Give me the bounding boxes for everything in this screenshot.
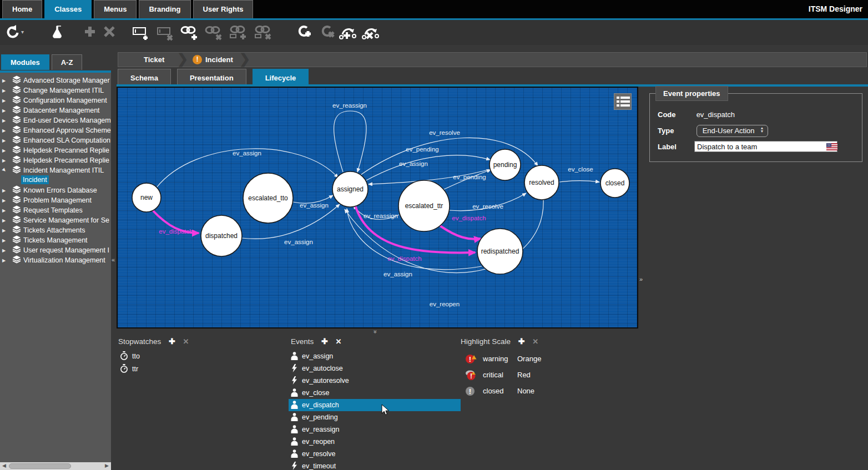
highlight-row-critical[interactable]: !criticalRed xyxy=(462,369,584,381)
class-item-incident[interactable]: Incident xyxy=(0,175,111,185)
event-item-ev_autoresolve[interactable]: ev_autoresolve xyxy=(289,375,461,387)
person-icon xyxy=(291,437,298,446)
module-item[interactable]: ▶Helpdesk Precanned Replie xyxy=(0,155,111,165)
event-label: ev_dispatch xyxy=(302,401,339,409)
stopwatch-delete-icon[interactable]: ✕ xyxy=(183,337,189,346)
stopwatch-item[interactable]: tto xyxy=(120,350,140,362)
state-label: escalated_ttr xyxy=(405,202,443,210)
nav-tab-home[interactable]: Home xyxy=(2,0,42,18)
person-icon xyxy=(291,388,298,397)
module-item[interactable]: ▶Service Management for Se xyxy=(0,215,111,225)
highlight-add-icon[interactable]: ✚ xyxy=(518,337,525,346)
event-item-ev_assign[interactable]: ev_assign xyxy=(289,350,461,362)
field-delete-icon[interactable] xyxy=(157,24,175,41)
transition-ev_close-resolved-to-closed[interactable] xyxy=(559,181,599,182)
module-item[interactable]: ▶Helpdesk Precanned Replie xyxy=(0,145,111,155)
breadcrumb-ticket[interactable]: Ticket xyxy=(144,55,164,64)
stopwatch-item[interactable]: ttr xyxy=(120,363,138,375)
state-label: resolved xyxy=(529,179,554,186)
event-item-ev_resolve[interactable]: ev_resolve xyxy=(289,448,461,460)
nav-tab-branding[interactable]: Branding xyxy=(139,0,190,18)
module-item[interactable]: ▶Tickets Attachments xyxy=(0,225,111,235)
linkset-add-icon[interactable] xyxy=(229,24,248,41)
module-item[interactable]: ▶Change Management ITIL xyxy=(0,85,111,95)
select-spinner-icon[interactable]: ▲▼ xyxy=(760,127,764,133)
us-flag-icon[interactable] xyxy=(826,143,837,150)
transition-label: ev_dispatch xyxy=(159,228,193,235)
module-item[interactable]: ▶User request Management I xyxy=(0,245,111,255)
person-icon xyxy=(291,352,298,360)
event-item-ev_dispatch[interactable]: ev_dispatch xyxy=(289,399,461,411)
transition-ev_reassign-assigned-to-assigned[interactable] xyxy=(334,111,366,172)
svg-text:!: ! xyxy=(469,355,471,363)
sidebar-collapse-handle[interactable]: « xyxy=(112,256,115,263)
highlight-value: Red xyxy=(517,369,531,381)
closed-icon: ! xyxy=(465,386,477,397)
highlight-delete-icon[interactable]: ✕ xyxy=(532,337,538,346)
scroll-right-arrow-icon[interactable]: ▶ xyxy=(105,463,109,468)
module-item[interactable]: ▶Tickets Management xyxy=(0,235,111,245)
test-flask-icon[interactable] xyxy=(51,24,70,41)
undo-icon[interactable] xyxy=(4,24,23,41)
svg-text:!: ! xyxy=(469,387,471,396)
state-add-icon[interactable] xyxy=(296,24,315,41)
diagram-options-button[interactable] xyxy=(614,93,632,110)
sidebar-horizontal-scrollbar[interactable]: ◀ ▶ xyxy=(0,462,111,470)
sidebar-tab-az[interactable]: A-Z xyxy=(52,54,83,70)
event-add-icon[interactable]: ✚ xyxy=(321,337,328,346)
linkset-delete-icon[interactable] xyxy=(254,24,272,41)
event-item-ev_autoclose[interactable]: ev_autoclose xyxy=(289,362,461,375)
transition-ev_dispatch-escalated_ttr-to-redispatched[interactable] xyxy=(440,226,481,239)
module-stack-icon xyxy=(12,165,21,174)
module-item[interactable]: ▶Advanced Storage Manager xyxy=(0,75,111,85)
event-item-ev_reassign[interactable]: ev_reassign xyxy=(289,423,461,436)
link-add-icon[interactable] xyxy=(180,24,199,41)
transition-label: ev_pending xyxy=(406,146,438,153)
lifecycle-diagram-canvas[interactable]: ev_assignev_dispatchev_assignev_assignev… xyxy=(117,87,638,329)
tree-expand-arrow-icon[interactable]: ▶ xyxy=(2,256,8,266)
incident-warning-icon: ! xyxy=(193,55,202,64)
field-add-icon[interactable] xyxy=(132,24,151,41)
module-item[interactable]: ▶Known Errors Database xyxy=(0,185,111,195)
delete-icon[interactable] xyxy=(102,24,121,41)
module-item[interactable]: ▶Incident Management ITIL xyxy=(0,165,111,175)
scroll-left-arrow-icon[interactable]: ◀ xyxy=(2,463,6,468)
link-delete-icon[interactable] xyxy=(204,24,223,41)
module-item[interactable]: ▶Enhanced SLA Computation xyxy=(0,135,111,145)
state-label: new xyxy=(140,194,153,201)
module-item[interactable]: ▶Request Templates xyxy=(0,205,111,215)
highlight-row-closed[interactable]: !closedNone xyxy=(462,385,584,397)
highlight-value: None xyxy=(517,385,534,397)
sidebar-tab-modules[interactable]: Modules xyxy=(1,54,49,70)
transition-delete-icon[interactable] xyxy=(361,24,380,41)
undo-dropdown-caret[interactable]: ▾ xyxy=(21,29,24,35)
event-item-ev_close[interactable]: ev_close xyxy=(289,387,461,399)
selected-class-label[interactable]: Incident xyxy=(21,175,49,184)
nav-tab-user-rights[interactable]: User Rights xyxy=(193,0,254,18)
add-icon[interactable] xyxy=(83,24,102,41)
label-input[interactable] xyxy=(694,141,837,152)
module-item[interactable]: ▶Problem Management xyxy=(0,195,111,205)
transition-add-icon[interactable] xyxy=(339,24,357,41)
stopwatch-label: tto xyxy=(132,352,140,360)
event-item-ev_reopen[interactable]: ev_reopen xyxy=(289,436,461,448)
nav-tab-classes[interactable]: Classes xyxy=(44,0,92,18)
module-item[interactable]: ▶Virtualization Management xyxy=(0,255,111,265)
event-delete-icon[interactable]: ✕ xyxy=(336,337,342,346)
panel-splitter-handle[interactable]: » xyxy=(639,276,643,282)
module-item[interactable]: ▶Configuration Management xyxy=(0,95,111,105)
canvas-resize-handle[interactable]: « xyxy=(371,330,378,333)
highlight-row-warning[interactable]: !warningOrange xyxy=(462,353,584,365)
event-item-ev_timeout[interactable]: ev_timeout xyxy=(289,460,461,470)
state-delete-icon[interactable] xyxy=(319,24,338,41)
scrollbar-thumb[interactable] xyxy=(9,463,71,469)
module-stack-icon xyxy=(12,135,21,144)
stopwatch-add-icon[interactable]: ✚ xyxy=(169,337,175,346)
type-select[interactable]: End-User Action▲▼ xyxy=(697,125,768,137)
module-item[interactable]: ▶Datacenter Management xyxy=(0,105,111,115)
breadcrumb-incident[interactable]: Incident xyxy=(205,55,233,64)
event-item-ev_pending[interactable]: ev_pending xyxy=(289,411,461,423)
nav-tab-menus[interactable]: Menus xyxy=(94,0,137,18)
module-item[interactable]: ▶Enhanced Approval Scheme xyxy=(0,125,111,135)
module-item[interactable]: ▶End-user Devices Managem xyxy=(0,115,111,125)
